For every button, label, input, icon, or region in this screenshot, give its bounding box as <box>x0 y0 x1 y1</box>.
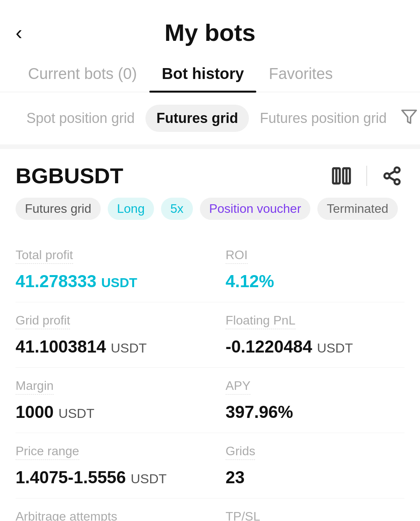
subtab-spot[interactable]: Spot position grid <box>16 105 145 132</box>
svg-line-9 <box>389 171 395 175</box>
stat-arbitrage-label: Arbitrage attempts <box>16 509 117 521</box>
stat-grids: Grids 23 <box>210 433 404 498</box>
bot-card: BGBUSDT <box>0 144 420 521</box>
stat-margin-label: Margin <box>16 379 54 395</box>
icon-divider <box>366 166 367 186</box>
stat-total-profit: Total profit 41.278333 USDT <box>16 237 210 302</box>
stat-grids-value: 23 <box>226 468 404 487</box>
tag-position-voucher: Position voucher <box>200 198 311 220</box>
main-tabs: Current bots (0) Bot history Favorites <box>0 57 420 92</box>
filter-icon[interactable] <box>397 105 420 132</box>
stat-roi-value: 4.12% <box>226 272 404 291</box>
stat-price-range-value: 1.4075-1.5556 USDT <box>16 468 194 487</box>
subtab-futures-pos[interactable]: Futures position grid <box>249 105 397 132</box>
stat-floating-pnl-label: Floating PnL <box>226 313 296 329</box>
subtab-futures[interactable]: Futures grid <box>145 105 249 132</box>
stat-price-range-label: Price range <box>16 444 79 460</box>
svg-point-6 <box>385 173 390 178</box>
stat-apy-label: APY <box>226 379 250 395</box>
stat-grid-profit-value: 41.1003814 USDT <box>16 337 194 356</box>
stat-price-range: Price range 1.4075-1.5556 USDT <box>16 433 210 498</box>
svg-marker-0 <box>402 110 416 123</box>
tags-row: Futures grid Long 5x Position voucher Te… <box>16 198 404 220</box>
header: ‹ My bots <box>0 0 420 57</box>
stat-floating-pnl: Floating PnL -0.1220484 USDT <box>210 302 404 368</box>
stat-total-profit-value: 41.278333 USDT <box>16 272 194 291</box>
stat-apy-value: 397.96% <box>226 402 404 422</box>
card-header: BGBUSDT <box>16 163 404 188</box>
svg-line-8 <box>389 177 395 181</box>
stat-floating-pnl-value: -0.1220484 USDT <box>226 337 404 356</box>
stat-margin: Margin 1000 USDT <box>16 368 210 433</box>
tab-current-bots[interactable]: Current bots (0) <box>16 57 149 92</box>
back-button[interactable]: ‹ <box>16 23 22 43</box>
stat-roi-label: ROI <box>226 248 248 264</box>
stat-tpsl-label: TP/SL <box>226 509 260 521</box>
stats-grid: Total profit 41.278333 USDT ROI 4.12% Gr… <box>16 237 404 521</box>
tab-favorites[interactable]: Favorites <box>256 57 345 92</box>
sub-tabs: Spot position grid Futures grid Futures … <box>0 92 420 144</box>
stat-total-profit-label: Total profit <box>16 248 73 264</box>
svg-point-7 <box>395 179 400 184</box>
compare-icon[interactable] <box>329 163 354 188</box>
tag-leverage: 5x <box>161 198 193 220</box>
tab-bot-history[interactable]: Bot history <box>149 57 256 92</box>
tag-terminated: Terminated <box>317 198 397 220</box>
stat-grids-label: Grids <box>226 444 255 460</box>
stat-grid-profit-label: Grid profit <box>16 313 70 329</box>
share-icon[interactable] <box>380 163 404 188</box>
stat-roi: ROI 4.12% <box>210 237 404 302</box>
stat-grid-profit: Grid profit 41.1003814 USDT <box>16 302 210 368</box>
page-title: My bots <box>164 19 256 46</box>
stat-tpsl: TP/SL --/-- <box>210 498 404 521</box>
card-action-icons <box>329 163 404 188</box>
tag-long: Long <box>108 198 154 220</box>
stat-margin-value: 1000 USDT <box>16 402 194 422</box>
stat-arbitrage: Arbitrage attempts 34 <box>16 498 210 521</box>
page: ‹ My bots Current bots (0) Bot history F… <box>0 0 420 521</box>
svg-point-5 <box>395 167 400 172</box>
symbol: BGBUSDT <box>16 163 123 188</box>
stat-apy: APY 397.96% <box>210 368 404 433</box>
tag-futures-grid: Futures grid <box>16 198 101 220</box>
